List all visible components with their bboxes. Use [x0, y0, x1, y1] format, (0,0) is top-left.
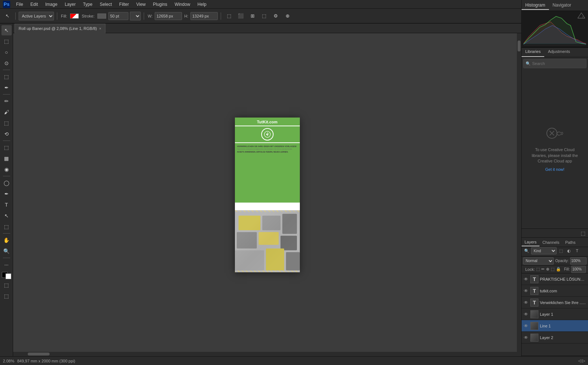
layer-vis-2[interactable]: 👁: [523, 300, 529, 305]
background-color[interactable]: [5, 273, 11, 279]
width-input[interactable]: [155, 12, 182, 20]
height-input[interactable]: [190, 12, 218, 20]
tab-close-btn[interactable]: ×: [99, 27, 101, 31]
fill-input[interactable]: [571, 266, 586, 273]
tab-layers[interactable]: Layers: [522, 238, 539, 246]
stroke-size-input[interactable]: [108, 12, 128, 20]
document-tab[interactable]: Roll up Baner.psd @ 2,08% (Line 1, RGB/8…: [15, 24, 105, 33]
tool-crop[interactable]: ⬚: [1, 72, 12, 82]
menu-type[interactable]: Type: [79, 1, 96, 8]
tool-dodge[interactable]: ◯: [1, 178, 12, 188]
tool-select-rect[interactable]: ⬚: [1, 36, 12, 46]
settings-btn[interactable]: ⚙: [271, 11, 281, 21]
align-btn-1[interactable]: ⬚: [224, 11, 234, 21]
menu-file[interactable]: File: [12, 1, 27, 8]
filter-adjust-btn[interactable]: ◐: [565, 247, 573, 254]
menu-view[interactable]: View: [132, 1, 149, 8]
tool-brush[interactable]: 🖌: [1, 107, 12, 117]
fill-swatch[interactable]: [70, 14, 79, 19]
tab-adjustments[interactable]: Adjustments: [544, 48, 574, 57]
tool-sep-6: [3, 258, 10, 258]
layer-item-4[interactable]: 👁 Line 1: [522, 320, 588, 332]
tool-lasso[interactable]: ○: [1, 47, 12, 57]
svg-rect-4: [237, 232, 257, 249]
layer-vis-1[interactable]: 👁: [523, 288, 529, 293]
layers-list: 👁 T PRAKTISCHE LÖSUNGEN...UF, FÜR OFFICE…: [522, 273, 588, 356]
blend-mode-select[interactable]: Normal: [523, 257, 554, 265]
right-panel: Histogram Navigator !: [521, 0, 588, 365]
library-search[interactable]: 🔍: [523, 59, 587, 68]
tool-gradient[interactable]: ▦: [1, 153, 12, 164]
menu-layer[interactable]: Layer: [61, 1, 79, 8]
tool-blur[interactable]: ◉: [1, 164, 12, 174]
filter-kind-select[interactable]: Kind: [531, 247, 557, 254]
lock-artboard-btn[interactable]: ⊕: [546, 267, 549, 272]
library-search-input[interactable]: [532, 61, 584, 66]
tool-type[interactable]: T: [1, 200, 12, 210]
tool-shape[interactable]: ⬚: [1, 222, 12, 232]
tab-histogram[interactable]: Histogram: [522, 1, 549, 10]
layer-vis-0[interactable]: 👁: [523, 277, 529, 282]
tool-eraser[interactable]: ⬚: [1, 142, 12, 153]
filter-type-btn[interactable]: 🔍: [523, 247, 530, 254]
tool-zoom[interactable]: 🔍: [1, 246, 12, 256]
toolbar-sep-1: [15, 12, 16, 20]
lock-transparent-btn[interactable]: ⬚: [536, 267, 540, 272]
stroke-label: Stroke:: [82, 14, 94, 18]
canvas-scrollbar-v[interactable]: [517, 33, 521, 356]
layer-item-0[interactable]: 👁 T PRAKTISCHE LÖSUNGEN...UF, FÜR OFFICE: [522, 273, 588, 285]
tool-history[interactable]: ⟲: [1, 129, 12, 139]
stroke-unit-select[interactable]: pt: [130, 12, 141, 20]
tool-clone[interactable]: ⬚: [1, 118, 12, 128]
layer-name-2: Verwirklichen Sie Ihre ...m mit unseren …: [540, 300, 587, 305]
menu-filter[interactable]: Filter: [116, 1, 133, 8]
layer-vis-4[interactable]: 👁: [523, 323, 529, 328]
filter-type-t-btn[interactable]: T: [573, 247, 581, 254]
layer-vis-5[interactable]: 👁: [523, 335, 529, 340]
layer-mode-select[interactable]: Active Layers: [19, 12, 54, 20]
menu-plugins[interactable]: Plugins: [149, 1, 171, 8]
extra-btn[interactable]: ⊕: [282, 11, 293, 21]
tab-filename: Roll up Baner.psd @ 2,08% (Line 1, RGB/8…: [19, 26, 97, 31]
menu-image[interactable]: Image: [42, 1, 61, 8]
lock-move-btn[interactable]: ⬚: [551, 267, 554, 272]
tool-eyedropper[interactable]: ✒: [1, 82, 12, 93]
lock-all-btn[interactable]: 🔒: [556, 267, 561, 272]
tool-magic-wand[interactable]: ⊙: [1, 58, 12, 68]
menu-help[interactable]: Help: [194, 1, 210, 8]
menu-select[interactable]: Select: [96, 1, 115, 8]
cc-get-now-link[interactable]: Get it now!: [545, 167, 565, 172]
tool-move[interactable]: ↖: [1, 25, 12, 35]
tab-navigator[interactable]: Navigator: [549, 1, 575, 10]
tool-pen[interactable]: ✒: [1, 189, 12, 199]
align-btn-2[interactable]: ⬛: [236, 11, 246, 21]
layer-item-3[interactable]: 👁 Layer 1: [522, 308, 588, 320]
tab-channels[interactable]: Channels: [539, 239, 562, 246]
svg-rect-1: [239, 216, 260, 230]
tool-path-select[interactable]: ↖: [1, 211, 12, 221]
transform-btn[interactable]: ⊞: [247, 11, 258, 21]
tool-move-btn[interactable]: ↖: [2, 11, 12, 21]
panel-layers-icon[interactable]: ⬚: [579, 230, 587, 237]
canvas-area: TutKit.com VERWIRKLICHEN SIE IHRE IDEEN …: [13, 33, 521, 356]
tool-screen-mode[interactable]: ⬚: [1, 280, 12, 290]
layer-item-1[interactable]: 👁 T tutkit.com: [522, 285, 588, 297]
opacity-input[interactable]: [570, 257, 587, 265]
tool-hand[interactable]: ✋: [1, 235, 12, 245]
tool-spot-heal[interactable]: ✏: [1, 96, 12, 106]
nav-arrows[interactable]: ◁ ▷: [578, 358, 585, 363]
layer-item-5[interactable]: 👁 Layer 2: [522, 332, 588, 343]
filter-pixel-btn[interactable]: ⬚: [557, 247, 565, 254]
layer-item-2[interactable]: 👁 T Verwirklichen Sie Ihre ...m mit unse…: [522, 297, 588, 308]
canvas-scrollbar-h[interactable]: [13, 352, 517, 356]
tool-extra[interactable]: ···: [1, 260, 12, 270]
layer-vis-3[interactable]: 👁: [523, 312, 529, 317]
align-btn-3[interactable]: ⬚: [259, 11, 269, 21]
stroke-swatch[interactable]: [97, 14, 106, 19]
menu-edit[interactable]: Edit: [27, 1, 42, 8]
menu-window[interactable]: Window: [171, 1, 194, 8]
tab-libraries[interactable]: Libraries: [522, 48, 544, 57]
lock-image-btn[interactable]: ✏: [541, 267, 545, 272]
tool-rotate-view[interactable]: ⬚: [1, 291, 12, 301]
tab-paths[interactable]: Paths: [562, 239, 579, 246]
